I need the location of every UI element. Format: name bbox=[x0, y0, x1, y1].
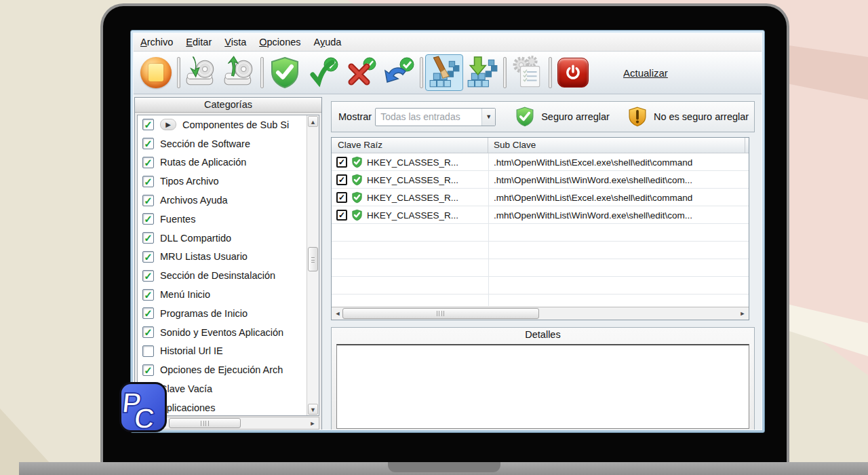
registry-download-icon bbox=[465, 56, 499, 90]
menu-item-vista[interactable]: Vista bbox=[224, 37, 246, 48]
pc-logo: P C bbox=[119, 382, 167, 432]
category-checkbox[interactable] bbox=[142, 326, 154, 338]
sub-key-cell: .htm\OpenWithList\Excel.exe\shell\edit\c… bbox=[488, 157, 749, 168]
toolbar: Actualizar bbox=[134, 52, 762, 94]
shield-safe-icon bbox=[351, 174, 363, 186]
row-checkbox[interactable] bbox=[336, 192, 347, 203]
category-label: Opciones de Ejecución Arch bbox=[160, 364, 283, 375]
column-header-sub-key[interactable]: Sub Clave bbox=[488, 138, 745, 153]
category-item[interactable]: DLL Compartido bbox=[138, 229, 319, 248]
table-row[interactable]: HKEY_CLASSES_R... .mht\OpenWithList\WinW… bbox=[332, 206, 749, 224]
shield-safe-icon bbox=[351, 209, 363, 221]
menu-item-ayuda[interactable]: Ayuda bbox=[314, 37, 342, 48]
category-checkbox[interactable] bbox=[142, 307, 154, 319]
toolbar-separator bbox=[549, 57, 552, 88]
category-item[interactable]: Rutas de Aplicación bbox=[138, 153, 319, 172]
row-checkbox[interactable] bbox=[336, 174, 347, 185]
category-checkbox[interactable] bbox=[142, 157, 154, 168]
category-item[interactable]: MRU Listas Usuario bbox=[138, 248, 319, 267]
scroll-right-icon[interactable] bbox=[307, 418, 318, 428]
category-item[interactable]: Sonido y Eventos Aplicación bbox=[138, 323, 319, 342]
category-item[interactable]: Componentes de Sub Si bbox=[138, 115, 319, 134]
root-key-cell: HKEY_CLASSES_R... bbox=[367, 157, 458, 168]
category-checkbox[interactable] bbox=[142, 251, 154, 263]
scroll-thumb[interactable] bbox=[342, 308, 539, 319]
scan-registry-brush-icon bbox=[427, 56, 461, 90]
root-key-cell: HKEY_CLASSES_R... bbox=[367, 210, 458, 221]
save-backup-disk-icon bbox=[222, 56, 256, 90]
delete-selected-x-icon bbox=[344, 56, 377, 89]
category-checkbox[interactable] bbox=[142, 364, 154, 376]
undo-arrow-icon bbox=[382, 56, 415, 89]
safe-legend-label: Seguro arreglar bbox=[541, 111, 610, 122]
scroll-right-icon[interactable] bbox=[737, 308, 748, 319]
table-row[interactable]: HKEY_CLASSES_R... .htm\OpenWithList\WinW… bbox=[332, 171, 749, 189]
undo-button[interactable] bbox=[380, 54, 418, 91]
menu-bar: ArchivoEditarVistaOpcionesAyuda bbox=[134, 33, 762, 52]
restore-backup-button[interactable] bbox=[182, 54, 220, 91]
options-button[interactable] bbox=[509, 54, 547, 91]
save-backup-button[interactable] bbox=[220, 54, 258, 91]
exit-button[interactable] bbox=[554, 54, 592, 91]
category-checkbox[interactable] bbox=[142, 289, 154, 301]
category-label: DLL Compartido bbox=[160, 233, 231, 244]
category-checkbox[interactable] bbox=[142, 176, 154, 187]
expand-icon[interactable] bbox=[160, 119, 176, 130]
scroll-up-icon[interactable] bbox=[308, 116, 318, 127]
category-label: Sección de Desinstalación bbox=[160, 270, 275, 281]
row-checkbox[interactable] bbox=[336, 210, 347, 221]
safe-scan-button[interactable] bbox=[266, 54, 304, 91]
category-checkbox[interactable] bbox=[142, 195, 154, 206]
category-item[interactable]: Programas de Inicio bbox=[138, 304, 319, 323]
menu-item-opciones[interactable]: Opciones bbox=[259, 37, 300, 48]
details-content bbox=[336, 344, 749, 429]
table-row[interactable]: HKEY_CLASSES_R... .htm\OpenWithList\Exce… bbox=[332, 153, 749, 171]
table-row[interactable]: HKEY_CLASSES_R... .mht\OpenWithList\Exce… bbox=[332, 189, 749, 206]
category-item[interactable]: Archivos Ayuda bbox=[138, 191, 319, 210]
column-header-root-key[interactable]: Clave Raíz bbox=[332, 138, 488, 153]
update-link[interactable]: Actualizar bbox=[623, 67, 671, 79]
sub-key-cell: .mht\OpenWithList\WinWord.exe\shell\edit… bbox=[488, 210, 749, 221]
root-key-cell: HKEY_CLASSES_R... bbox=[367, 193, 458, 203]
category-item[interactable]: Opciones de Ejecución Arch bbox=[138, 360, 319, 379]
row-checkbox[interactable] bbox=[336, 157, 347, 168]
scroll-left-icon[interactable] bbox=[332, 308, 343, 319]
category-label: Tipos Archivo bbox=[160, 176, 219, 187]
table-header: Clave Raíz Sub Clave bbox=[332, 138, 749, 153]
category-label: Fuentes bbox=[160, 214, 195, 225]
category-item[interactable]: Tipos Archivo bbox=[138, 172, 319, 191]
categories-list: Componentes de Sub Si Sección de Softwar… bbox=[137, 115, 319, 416]
category-item[interactable]: Fuentes bbox=[138, 210, 319, 229]
scroll-thumb[interactable] bbox=[169, 418, 241, 428]
category-checkbox[interactable] bbox=[142, 232, 154, 244]
shield-warning-icon bbox=[627, 106, 648, 128]
category-checkbox[interactable] bbox=[142, 270, 154, 282]
category-label: Sección de Software bbox=[160, 138, 250, 149]
category-item[interactable]: Sección de Software bbox=[138, 134, 319, 153]
categories-vertical-scrollbar[interactable] bbox=[307, 115, 319, 415]
menu-item-archivo[interactable]: Archivo bbox=[140, 37, 173, 48]
stop-button[interactable] bbox=[137, 54, 175, 91]
fix-selected-button[interactable] bbox=[304, 54, 342, 91]
root-key-cell: HKEY_CLASSES_R... bbox=[367, 175, 458, 185]
delete-selected-button[interactable] bbox=[342, 54, 380, 91]
column-divider bbox=[488, 153, 489, 306]
category-item[interactable]: Sección de Desinstalación bbox=[138, 266, 319, 285]
pc-logo-icon: P C bbox=[121, 384, 165, 430]
category-checkbox[interactable] bbox=[142, 119, 154, 130]
menu-item-editar[interactable]: Editar bbox=[186, 37, 212, 48]
category-checkbox[interactable] bbox=[142, 345, 154, 357]
chevron-down-icon[interactable] bbox=[481, 109, 495, 126]
scroll-down-icon[interactable] bbox=[308, 404, 318, 415]
sub-key-cell: .htm\OpenWithList\WinWord.exe\shell\edit… bbox=[488, 175, 749, 185]
category-item[interactable]: Menú Inicio bbox=[138, 285, 319, 304]
entries-filter-dropdown[interactable]: Todas las entradas bbox=[375, 108, 496, 126]
scroll-thumb[interactable] bbox=[308, 247, 318, 271]
shield-safe-icon bbox=[515, 106, 535, 128]
category-checkbox[interactable] bbox=[142, 138, 154, 149]
registry-backup-button[interactable] bbox=[463, 54, 501, 91]
category-item[interactable]: Historial Url IE bbox=[138, 342, 319, 361]
scan-registry-button[interactable] bbox=[425, 54, 463, 91]
table-horizontal-scrollbar[interactable] bbox=[332, 307, 749, 320]
category-checkbox[interactable] bbox=[142, 213, 154, 225]
